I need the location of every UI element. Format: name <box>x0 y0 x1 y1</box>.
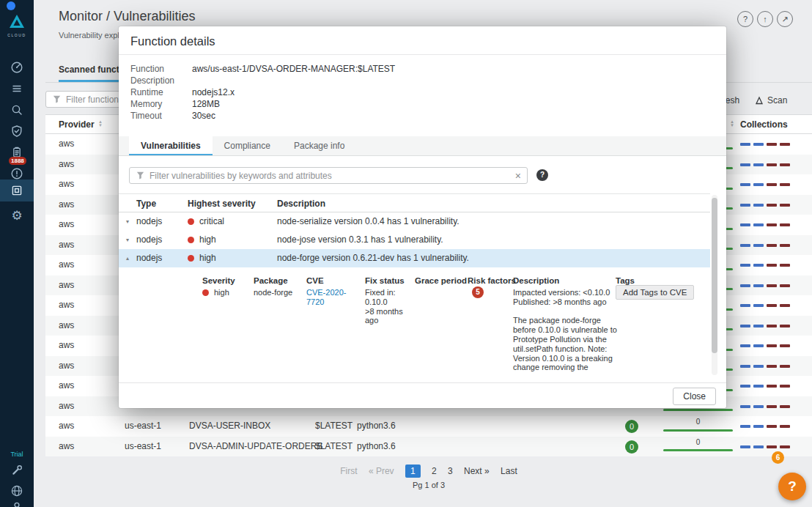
pagination-first[interactable]: First <box>340 466 357 476</box>
sidebar-item-profile[interactable] <box>0 497 34 507</box>
vulnerability-count-badge: 0 <box>625 420 638 433</box>
collections-strip <box>740 284 790 287</box>
collection-dash <box>753 223 764 226</box>
chevron-up-icon[interactable]: ▴ <box>126 249 129 267</box>
sort-icon[interactable]: ▲▼ <box>730 120 734 127</box>
chevron-down-icon[interactable]: ▾ <box>126 212 129 231</box>
sort-icon[interactable]: ▲▼ <box>98 120 103 127</box>
sidebar-item-tools[interactable] <box>0 460 34 481</box>
risk-factors-badge[interactable]: 5 <box>472 286 484 298</box>
column-header-type[interactable]: Type <box>136 194 156 213</box>
notification-dot[interactable] <box>7 1 15 10</box>
collection-dash <box>753 183 764 186</box>
modal-footer-divider <box>119 382 726 383</box>
column-header-collections[interactable]: Collections <box>740 115 788 134</box>
detail-header-cve: CVE <box>306 276 324 285</box>
vulnerability-row-expanded[interactable]: ▴ nodejs high node-forge version 0.6.21-… <box>119 249 710 267</box>
cell-provider: aws <box>59 376 74 396</box>
share-icon[interactable]: ↗ <box>777 11 793 27</box>
app-logo[interactable]: CLOUD <box>0 13 34 37</box>
collection-dash <box>767 183 777 186</box>
page-title: Monitor / Vulnerabilities <box>59 9 195 24</box>
tab-compliance[interactable]: Compliance <box>213 136 282 155</box>
field-label: Function <box>130 63 192 75</box>
collections-strip <box>740 385 790 388</box>
tab-package-info[interactable]: Package info <box>282 136 356 155</box>
scan-button[interactable]: Scan <box>755 95 787 106</box>
cell-provider: aws <box>59 255 74 275</box>
help-circle-icon[interactable]: ? <box>737 11 753 27</box>
severity-dot <box>202 289 209 296</box>
vulnerability-count-badge: 0 <box>625 440 638 454</box>
collections-strip <box>740 204 790 207</box>
sidebar-item-search[interactable] <box>0 100 34 120</box>
screen: CLOUD <box>0 0 812 507</box>
cell-region: us-east-1 <box>125 416 161 437</box>
collections-strip <box>740 183 790 186</box>
user-icon <box>10 500 23 507</box>
field-row: Timeout 30sec <box>130 110 395 122</box>
help-notification-badge: 6 <box>772 451 784 464</box>
sidebar-item-settings[interactable]: ⚙ <box>0 205 34 226</box>
sidebar-item-monitor[interactable] <box>0 57 34 78</box>
modal-title: Function details <box>130 34 215 48</box>
vulnerabilities-filter-input[interactable] <box>150 171 511 181</box>
column-header-provider[interactable]: Provider <box>59 115 95 134</box>
collection-dash <box>767 405 777 408</box>
detail-header-description: Description <box>513 276 559 285</box>
collections-strip <box>740 344 790 347</box>
cell-version: $LATEST <box>315 437 353 457</box>
collection-dash <box>740 223 750 226</box>
help-fab-button[interactable]: ? <box>778 473 806 500</box>
vulnerability-row[interactable]: ▾ nodejs critical node-serialize version… <box>119 212 710 231</box>
modal-scrollbar-thumb[interactable] <box>712 198 717 353</box>
gear-icon: ⚙ <box>11 210 22 222</box>
detail-fix-status: Fixed in: 0.10.0 >8 months ago <box>365 288 412 325</box>
table-row[interactable]: aws us-east-1 DVSA-ADMIN-UPDATE-ORDERS $… <box>45 437 812 457</box>
collection-dash <box>740 204 750 207</box>
collection-dash <box>740 304 750 307</box>
field-label: Runtime <box>130 86 192 98</box>
collection-dash <box>780 264 790 267</box>
pagination-page-3[interactable]: 3 <box>448 466 453 476</box>
collection-dash <box>767 304 777 307</box>
pagination: First « Prev 1 2 3 Next » Last <box>45 466 812 476</box>
cell-provider: aws <box>59 356 74 377</box>
close-button[interactable]: Close <box>673 388 716 405</box>
sidebar-item-compliance[interactable] <box>0 121 34 141</box>
compute-layers-icon <box>10 184 23 197</box>
pagination-prev[interactable]: « Prev <box>369 466 394 476</box>
search-icon <box>10 103 23 116</box>
alerts-count-badge: 1888 <box>9 157 26 165</box>
vulnerability-row[interactable]: ▾ nodejs high node-jose version 0.3.1 ha… <box>119 231 710 249</box>
field-value: 30sec <box>192 110 215 122</box>
detail-header-tags: Tags <box>616 276 635 285</box>
collection-dash <box>780 284 790 287</box>
tab-vulnerabilities[interactable]: Vulnerabilities <box>129 136 213 155</box>
collection-dash <box>767 365 777 368</box>
clear-filter-icon[interactable]: × <box>515 171 521 181</box>
column-header-description[interactable]: Description <box>277 194 325 213</box>
upload-icon[interactable]: ↑ <box>757 11 773 27</box>
filter-help-icon[interactable]: ? <box>536 169 548 181</box>
collection-dash <box>767 264 777 267</box>
cell-description: node-jose version 0.3.1 has 1 vulnerabil… <box>277 231 443 249</box>
collection-dash <box>753 365 764 368</box>
pagination-next[interactable]: Next » <box>464 466 490 476</box>
pagination-page-1[interactable]: 1 <box>405 465 421 478</box>
collection-dash <box>780 445 790 448</box>
sidebar-item-compute[interactable] <box>0 180 34 201</box>
cve-link[interactable]: CVE-2020-7720 <box>306 288 352 307</box>
column-header-severity[interactable]: Highest severity <box>188 194 256 213</box>
pagination-page-2[interactable]: 2 <box>432 466 437 476</box>
collection-dash <box>740 325 750 327</box>
vulnerabilities-filter[interactable]: × <box>129 167 528 184</box>
pagination-last[interactable]: Last <box>501 466 517 476</box>
chevron-down-icon[interactable]: ▾ <box>126 231 129 249</box>
table-row[interactable]: aws us-east-1 DVSA-USER-INBOX $LATEST py… <box>45 416 812 437</box>
cell-provider: aws <box>59 316 74 336</box>
add-tags-button[interactable]: Add Tags to CVE <box>616 285 694 300</box>
collection-dash <box>780 385 790 388</box>
sidebar-item-policies[interactable] <box>0 78 34 99</box>
shield-check-icon <box>10 125 23 138</box>
